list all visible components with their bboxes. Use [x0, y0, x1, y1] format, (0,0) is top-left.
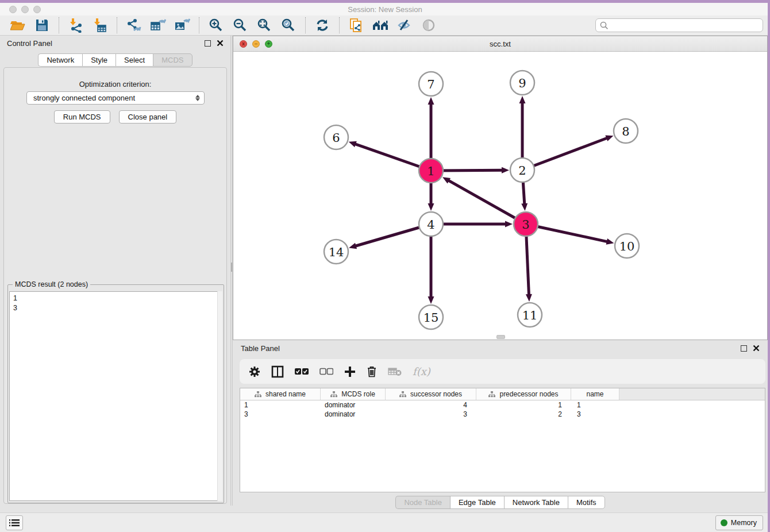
toolbar-separator: [117, 17, 117, 33]
network-window-titlebar[interactable]: x – + scc.txt: [233, 36, 767, 52]
tab-edge-table[interactable]: Edge Table: [450, 496, 504, 509]
canvas-scrollbar-thumb[interactable]: [496, 335, 505, 339]
search-icon: [599, 21, 609, 30]
column-layout-icon[interactable]: [271, 364, 284, 379]
result-scrollbar[interactable]: [217, 291, 222, 501]
mcds-result-line: 1: [13, 294, 218, 303]
node-label-8: 8: [622, 125, 629, 138]
column-header-mcds-role[interactable]: MCDS role: [321, 388, 386, 400]
mcds-result-area[interactable]: 1 3: [9, 291, 222, 501]
select-all-checkboxes-icon[interactable]: [295, 364, 309, 379]
table-panel-header: Table Panel: [233, 340, 768, 356]
tab-style[interactable]: Style: [82, 53, 116, 67]
show-graphics-details-icon[interactable]: [396, 17, 413, 34]
refresh-layout-icon[interactable]: [314, 17, 331, 34]
node-label-3: 3: [522, 218, 529, 232]
table-panel-title: Table Panel: [241, 344, 280, 353]
float-panel-icon[interactable]: [205, 40, 211, 47]
add-column-icon[interactable]: [344, 364, 356, 379]
close-panel-icon[interactable]: [217, 40, 224, 47]
eye-icon[interactable]: [420, 17, 437, 34]
edge-arrowhead: [521, 203, 528, 211]
status-bar: Memory: [0, 512, 770, 532]
export-image-icon[interactable]: [174, 17, 191, 34]
delete-column-icon[interactable]: [367, 364, 377, 379]
frame-close-icon[interactable]: x: [240, 40, 247, 48]
tab-motifs[interactable]: Motifs: [568, 496, 605, 509]
node-label-4: 4: [427, 218, 434, 232]
zoom-fit-icon[interactable]: [256, 17, 273, 34]
column-header-successor-nodes[interactable]: successor nodes: [386, 388, 476, 400]
edge-arrowhead: [502, 167, 509, 174]
network-canvas[interactable]: 7968124314101511: [233, 52, 767, 340]
edge-arrowhead: [606, 238, 614, 245]
column-header-predecessor-nodes[interactable]: predecessor nodes: [476, 388, 571, 400]
titlebar: Session: New Session: [0, 3, 770, 16]
edge-arrowhead: [526, 294, 532, 302]
task-history-button[interactable]: [6, 515, 23, 530]
optimization-criterion-dropdown[interactable]: strongly connected component: [26, 91, 205, 105]
frame-zoom-icon[interactable]: +: [265, 40, 272, 48]
main-toolbar: [0, 16, 770, 36]
edge-arrowhead: [349, 141, 357, 147]
edge-arrowhead: [505, 221, 513, 228]
zoom-selected-icon[interactable]: [280, 17, 297, 34]
mcds-result-box: MCDS result (2 nodes) 1 3: [7, 284, 224, 503]
run-mcds-button[interactable]: Run MCDS: [54, 110, 110, 124]
export-table-icon[interactable]: [149, 17, 167, 34]
tab-node-table[interactable]: Node Table: [395, 496, 450, 509]
table-row[interactable]: 1 dominator 4 1 1: [240, 400, 765, 410]
search-field[interactable]: [595, 18, 763, 32]
float-panel-icon[interactable]: [741, 345, 747, 352]
gear-icon[interactable]: [249, 364, 260, 379]
open-folder-icon[interactable]: [9, 17, 26, 34]
tab-network[interactable]: Network: [38, 53, 82, 67]
node-label-6: 6: [332, 131, 340, 145]
chevron-updown-icon: [195, 95, 200, 101]
node-label-11: 11: [522, 309, 538, 322]
edge-arrowhead: [428, 296, 434, 304]
column-type-icon: [330, 391, 337, 398]
table-panel: Table Panel f(x) sha: [233, 340, 768, 512]
edge-arrowhead: [428, 203, 434, 211]
table-toolbar: f(x): [240, 359, 765, 384]
dropdown-value: strongly connected component: [33, 94, 135, 102]
window-title: Session: New Session: [0, 5, 770, 14]
edge-arrowhead: [428, 97, 434, 105]
tab-mcds[interactable]: MCDS: [153, 53, 192, 67]
close-panel-button[interactable]: Close panel: [119, 110, 177, 124]
optimization-criterion-label: Optimization criterion:: [4, 80, 226, 88]
node-label-7: 7: [427, 78, 434, 91]
import-network-icon[interactable]: [67, 17, 84, 34]
function-builder-icon[interactable]: f(x): [413, 364, 430, 379]
memory-button[interactable]: Memory: [715, 515, 763, 530]
node-label-1: 1: [427, 164, 434, 178]
frame-minimize-icon[interactable]: –: [252, 40, 260, 48]
table-tabs: Node Table Edge Table Network Table Moti…: [233, 496, 768, 509]
column-header-shared-name[interactable]: shared name: [240, 388, 321, 400]
control-panel: Control Panel Network Style Select MCDS …: [0, 36, 230, 506]
column-type-icon: [488, 391, 495, 398]
search-input[interactable]: [609, 20, 763, 31]
save-icon[interactable]: [33, 17, 51, 34]
tab-network-table[interactable]: Network Table: [504, 496, 568, 509]
node-table[interactable]: shared name MCDS role successor nodes pr…: [240, 388, 765, 492]
deselect-checkboxes-icon[interactable]: [319, 364, 333, 379]
toolbar-separator: [305, 17, 306, 33]
export-network-icon[interactable]: [125, 17, 143, 34]
network-from-selection-icon[interactable]: [348, 17, 365, 34]
table-row[interactable]: 3 dominator 3 2 3: [240, 410, 765, 419]
edge-3-1[interactable]: [448, 180, 526, 224]
window-frame-right: [768, 0, 770, 532]
node-label-14: 14: [329, 245, 344, 259]
close-panel-icon[interactable]: [753, 345, 760, 352]
zoom-out-icon[interactable]: [232, 17, 249, 34]
column-header-name[interactable]: name: [571, 388, 619, 400]
first-neighbors-icon[interactable]: [372, 17, 389, 34]
edge-2-8[interactable]: [522, 138, 607, 170]
zoom-in-icon[interactable]: [207, 17, 225, 34]
tab-select[interactable]: Select: [116, 53, 153, 67]
edge-arrowhead: [349, 243, 357, 249]
import-table-icon[interactable]: [91, 17, 109, 34]
delete-table-icon[interactable]: [388, 364, 402, 379]
